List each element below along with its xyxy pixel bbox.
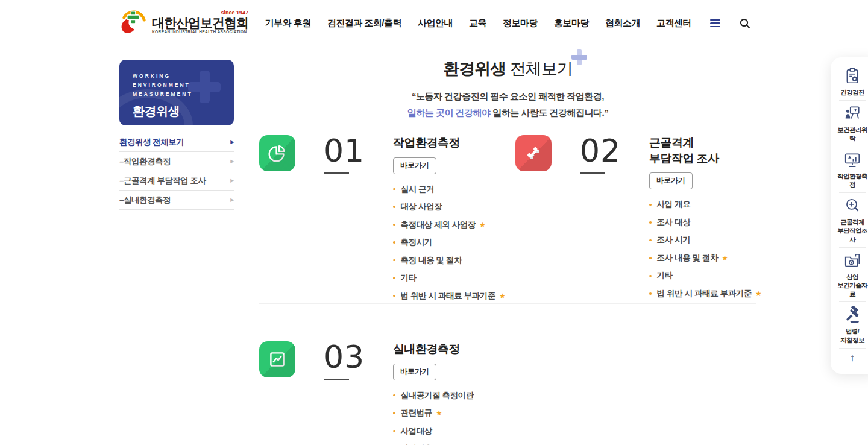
quick-item-musculoskeletal-survey[interactable]: 근골격계 부담작업조사 xyxy=(835,197,868,244)
section-work-env-measurement: 01 작업환경측정 바로가기 실시 근거 대상 사업장 측정대상 제외 사업장★… xyxy=(259,135,505,308)
line-chart-icon xyxy=(259,341,295,377)
bullet-dot xyxy=(393,277,395,279)
nav-item-education[interactable]: 교육 xyxy=(469,17,486,29)
shortcut-button[interactable]: 바로가기 xyxy=(393,157,436,174)
list-item[interactable]: 법 위반 시 과태료 부과기준★ xyxy=(393,291,505,301)
quick-menu-panel: 건강검진 보건관리위탁 작업환경측정 xyxy=(831,57,868,374)
sidebar-card-subtitle: WORKING ENVIRONMENT MEASUREMENT xyxy=(133,72,234,99)
chevron-right-icon: ▶ xyxy=(230,178,234,183)
bullet-dot xyxy=(393,241,395,244)
page-title: 환경위생 전체보기 xyxy=(443,58,573,80)
section-number: 02 xyxy=(580,135,623,174)
pie-chart-icon xyxy=(259,135,295,171)
list-item[interactable]: 실시 근거 xyxy=(393,184,505,195)
quick-item-law-guideline-info[interactable]: 법령/ 지침정보 xyxy=(835,306,868,344)
list-item[interactable]: 측정시기 xyxy=(393,237,505,248)
sidebar-item-musculo[interactable]: –근골격계 부담작업 조사 ▶ xyxy=(119,171,234,191)
bullet-dot xyxy=(393,394,395,397)
bullet-dot xyxy=(649,292,652,295)
sidebar-title-card: WORKING ENVIRONMENT MEASUREMENT 환경위생 xyxy=(119,60,234,125)
list-item[interactable]: 기타 xyxy=(393,273,505,283)
bullet-dot xyxy=(393,206,395,208)
list-item[interactable]: 조사 내용 및 절차★ xyxy=(649,253,761,264)
header: since 1947 대한산업보건협회 KOREAN INDUSTRIAL HE… xyxy=(0,0,868,46)
section-title: 근골격계 부담작업 조사 xyxy=(649,135,761,166)
sidebar-item-work-env[interactable]: –작업환경측정 ▶ xyxy=(119,152,234,171)
shortcut-button[interactable]: 바로가기 xyxy=(649,172,693,189)
bullet-dot xyxy=(649,221,652,224)
page: since 1947 대한산업보건협회 KOREAN INDUSTRIAL HE… xyxy=(0,0,868,445)
bone-icon xyxy=(515,135,552,171)
section-number: 03 xyxy=(324,341,367,380)
bullet-dot xyxy=(393,259,395,262)
divider xyxy=(839,301,866,302)
main-heading: 환경위생 전체보기 “노동자 건강증진의 필수 요소인 쾌적한 작업환경, 일하… xyxy=(259,58,756,121)
list-item[interactable]: 사업대상 xyxy=(393,426,474,437)
scroll-to-top-button[interactable]: ↑ xyxy=(835,352,868,364)
sidebar-item-indoor[interactable]: –실내환경측정 ▶ xyxy=(119,191,234,210)
divider xyxy=(839,147,866,147)
chevron-right-icon: ▶ xyxy=(230,197,234,203)
list-item[interactable]: 사업 개요 xyxy=(649,199,761,210)
chevron-right-icon: ▶ xyxy=(230,159,234,164)
divider xyxy=(839,348,866,349)
logo[interactable]: since 1947 대한산업보건협회 KOREAN INDUSTRIAL HE… xyxy=(119,8,248,36)
section-link-list: 사업 개요 조사 대상 조사 시기 조사 내용 및 절차★ 기타 법 위반 시 … xyxy=(649,199,761,299)
divider xyxy=(259,118,756,118)
folder-plus-icon xyxy=(843,251,861,270)
plus-decoration-icon xyxy=(571,49,587,65)
section-indoor-env-measurement: 03 실내환경측정 바로가기 실내공기질 측정이란 관련법규★ 사업대상 사업내… xyxy=(259,341,474,445)
quick-item-health-check[interactable]: 건강검진 xyxy=(835,67,868,96)
bullet-dot xyxy=(649,257,652,259)
star-icon: ★ xyxy=(479,221,485,229)
magnifier-plus-icon xyxy=(843,197,861,215)
nav-item-info[interactable]: 정보마당 xyxy=(503,17,538,29)
page-subtitle: “노동자 건강증진의 필수 요소인 쾌적한 작업환경, 일하는 곳이 건강해야 … xyxy=(259,88,756,121)
divider xyxy=(839,247,866,248)
list-item[interactable]: 조사 대상 xyxy=(649,217,761,228)
bullet-dot xyxy=(649,204,652,206)
nav-item-about[interactable]: 협회소개 xyxy=(605,17,640,29)
list-item[interactable]: 법 위반 시 과태료 부과기준★ xyxy=(649,288,761,299)
list-item[interactable]: 실내공기질 측정이란 xyxy=(393,390,474,401)
nav-item-customer[interactable]: 고객센터 xyxy=(656,17,691,29)
list-item[interactable]: 측정 내용 및 절차 xyxy=(393,255,505,266)
quick-item-health-consignment[interactable]: 보건관리위탁 xyxy=(835,104,868,142)
nav-item-exam-results[interactable]: 검진결과 조회/출력 xyxy=(327,17,401,29)
section-link-list: 실내공기질 측정이란 관련법규★ 사업대상 사업내용 xyxy=(393,390,474,445)
bullet-dot xyxy=(393,224,395,226)
logo-name-en: KOREAN INDUSTRIAL HEALTH ASSOCIATION xyxy=(152,30,248,34)
logo-name: 대한산업보건협회 xyxy=(152,16,248,29)
quick-item-industrial-health-docs[interactable]: 산업 보건기술자료 xyxy=(835,251,868,298)
bullet-dot xyxy=(393,295,395,297)
sidebar-item-overview[interactable]: 환경위생 전체보기 ▶ xyxy=(119,133,234,152)
list-item[interactable]: 조사 시기 xyxy=(649,235,761,245)
bullet-dot xyxy=(393,430,395,432)
nav-item-pr[interactable]: 홍보마당 xyxy=(554,17,589,29)
divider xyxy=(259,303,756,304)
logo-since: since 1947 xyxy=(221,10,248,16)
list-item[interactable]: 기타 xyxy=(649,270,761,281)
list-item[interactable]: 측정대상 제외 사업장★ xyxy=(393,219,505,230)
bullet-dot xyxy=(649,275,652,277)
divider xyxy=(839,100,866,101)
search-icon[interactable] xyxy=(739,17,751,30)
bullet-dot xyxy=(649,239,652,242)
section-musculoskeletal-survey: 02 근골격계 부담작업 조사 바로가기 사업 개요 조사 대상 조사 시기 조… xyxy=(515,135,761,306)
section-number: 01 xyxy=(324,135,367,174)
star-icon: ★ xyxy=(436,409,442,417)
hamburger-menu-icon[interactable] xyxy=(708,17,723,30)
list-item[interactable]: 관련법규★ xyxy=(393,408,474,418)
bullet-dot xyxy=(393,188,395,191)
nav-item-donation[interactable]: 기부와 후원 xyxy=(265,17,310,29)
divider xyxy=(839,192,866,193)
nav-item-business[interactable]: 사업안내 xyxy=(418,17,453,29)
shortcut-button[interactable]: 바로가기 xyxy=(393,364,436,380)
list-item[interactable]: 대상 사업장 xyxy=(393,201,505,212)
quick-item-work-env-measurement[interactable]: 작업환경측정 xyxy=(835,151,868,189)
sidebar-menu: 환경위생 전체보기 ▶ –작업환경측정 ▶ –근골격계 부담작업 조사 ▶ –실… xyxy=(119,133,234,210)
global-nav: 기부와 후원 검진결과 조회/출력 사업안내 교육 정보마당 홍보마당 협회소개… xyxy=(265,0,751,46)
monitor-chart-icon xyxy=(843,151,861,169)
star-icon: ★ xyxy=(499,292,505,300)
section-link-list: 실시 근거 대상 사업장 측정대상 제외 사업장★ 측정시기 측정 내용 및 절… xyxy=(393,184,505,301)
